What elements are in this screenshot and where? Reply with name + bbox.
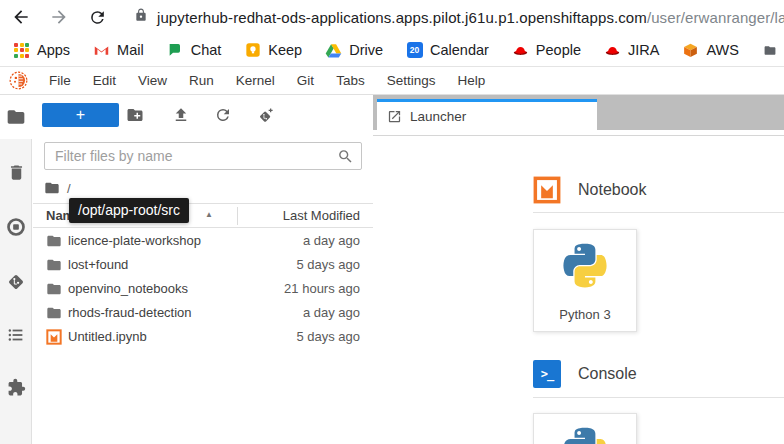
bookmark-jira[interactable]: JIRA [604, 42, 659, 59]
breadcrumb-root[interactable]: / [67, 181, 71, 196]
calendar-icon: 20 [406, 42, 423, 59]
file-modified: 21 hours ago [284, 281, 360, 296]
trash-icon[interactable] [5, 161, 27, 183]
bookmark-apps[interactable]: Apps [13, 42, 70, 59]
file-row[interactable]: Untitled.ipynb 5 days ago [33, 325, 373, 349]
bookmark-label: AWS [706, 42, 739, 58]
file-modified: a day ago [303, 305, 360, 320]
new-folder-icon[interactable] [125, 105, 145, 125]
console-icon: >_ [533, 360, 561, 388]
browser-forward-icon[interactable] [46, 4, 72, 30]
bookmark-calendar[interactable]: 20 Calendar [406, 42, 489, 59]
browser-back-icon[interactable] [8, 4, 34, 30]
tab-bar: Launcher [373, 95, 784, 130]
menu-settings[interactable]: Settings [376, 67, 447, 94]
refresh-icon[interactable] [213, 105, 233, 125]
new-launcher-button[interactable]: + [42, 103, 119, 127]
python-logo-icon [558, 427, 612, 444]
calendar-badge: 20 [407, 42, 423, 58]
menu-kernel[interactable]: Kernel [225, 67, 286, 94]
keep-icon [244, 42, 261, 59]
file-row[interactable]: rhods-fraud-detection a day ago [33, 301, 373, 325]
file-row[interactable]: licence-plate-workshop a day ago [33, 229, 373, 253]
folder-icon [46, 233, 62, 249]
dock-panel: Launcher Notebook Python 3 >_ Consol [373, 95, 784, 444]
extension-manager-puzzle-icon[interactable] [5, 376, 27, 398]
path-tooltip: /opt/app-root/src [69, 198, 189, 223]
search-icon [337, 148, 354, 169]
file-modified: a day ago [303, 233, 360, 248]
bookmark-keep[interactable]: Keep [244, 42, 302, 59]
file-row[interactable]: lost+found 5 days ago [33, 253, 373, 277]
jupyterlab-menubar: File Edit View Run Kernel Git Tabs Setti… [0, 67, 784, 95]
drive-icon [325, 42, 342, 59]
menu-run[interactable]: Run [178, 67, 225, 94]
lock-icon[interactable] [134, 8, 148, 26]
app-root: jupyterhub-redhat-ods-applications.apps.… [0, 0, 784, 444]
filter-files-box [44, 142, 362, 170]
notebook-icon [533, 176, 561, 204]
panel-divider [373, 135, 784, 136]
file-name: lost+found [68, 257, 128, 272]
upload-icon[interactable] [171, 105, 191, 125]
bookmark-label: Chat [191, 42, 222, 58]
git-icon[interactable] [5, 271, 27, 293]
column-divider [237, 207, 238, 225]
sort-ascending-icon[interactable]: ▲ [205, 210, 213, 219]
section-title: Console [578, 365, 637, 383]
browser-toolbar: jupyterhub-redhat-ods-applications.apps.… [0, 0, 784, 34]
redhat-icon [604, 42, 621, 59]
file-name: licence-plate-workshop [68, 233, 201, 248]
bookmark-label: JIRA [628, 42, 659, 58]
menu-view[interactable]: View [127, 67, 178, 94]
git-clone-icon[interactable] [255, 105, 275, 125]
address-bar[interactable]: jupyterhub-redhat-ods-applications.apps.… [134, 8, 784, 26]
file-modified: 5 days ago [296, 329, 360, 344]
launcher-card-console-python3[interactable]: Python 3 [533, 413, 637, 444]
bookmark-label: Drive [349, 42, 383, 58]
launcher-section-notebook: Notebook [533, 176, 647, 204]
url-path: /user/erwanranger/lab/works [647, 9, 784, 26]
bookmark-aws[interactable]: AWS [682, 42, 739, 59]
bookmark-people[interactable]: People [512, 42, 581, 59]
aws-cube-icon [682, 42, 699, 59]
table-of-contents-icon[interactable] [5, 324, 27, 346]
file-name: openvino_notebooks [68, 281, 188, 296]
menu-file[interactable]: File [38, 67, 82, 94]
running-sessions-stop-circle-icon[interactable] [5, 216, 27, 238]
home-folder-icon[interactable] [44, 180, 60, 196]
activity-bar [0, 95, 32, 444]
section-divider [533, 397, 784, 398]
bookmark-mail[interactable]: Mail [93, 42, 144, 59]
folder-icon [46, 257, 62, 273]
bookmarks-bar: Apps Mail Chat Keep Drive [0, 34, 784, 67]
file-browser-tab-folder-icon[interactable] [5, 106, 27, 128]
filter-files-input[interactable] [45, 143, 361, 169]
bookmark-label: People [536, 42, 581, 58]
column-header-modified[interactable]: Last Modified [283, 208, 360, 223]
menu-edit[interactable]: Edit [82, 67, 127, 94]
file-row[interactable]: openvino_notebooks 21 hours ago [33, 277, 373, 301]
menu-help[interactable]: Help [446, 67, 496, 94]
section-title: Notebook [578, 181, 647, 199]
google-apps-grid-icon [13, 42, 30, 59]
file-browser-panel: + / Name ▲ Last Modified / [33, 95, 373, 444]
file-name: rhods-fraud-detection [68, 305, 192, 320]
launcher-panel: Notebook Python 3 >_ Console [373, 130, 784, 444]
section-divider [533, 212, 784, 213]
browser-reload-icon[interactable] [84, 4, 110, 30]
launcher-card-notebook-python3[interactable]: Python 3 [533, 229, 637, 332]
redhat-icon [512, 42, 529, 59]
menu-git[interactable]: Git [286, 67, 325, 94]
folder-icon [46, 281, 62, 297]
bookmark-perso[interactable]: Perso [762, 42, 784, 59]
bookmark-drive[interactable]: Drive [325, 42, 383, 59]
launcher-icon [387, 109, 402, 124]
bookmark-chat[interactable]: Chat [167, 42, 222, 59]
bookmark-label: Mail [117, 42, 144, 58]
card-label: Python 3 [559, 307, 610, 322]
gmail-icon [93, 42, 110, 59]
menu-tabs[interactable]: Tabs [325, 67, 376, 94]
tab-label: Launcher [410, 109, 466, 124]
tab-launcher[interactable]: Launcher [377, 99, 597, 130]
